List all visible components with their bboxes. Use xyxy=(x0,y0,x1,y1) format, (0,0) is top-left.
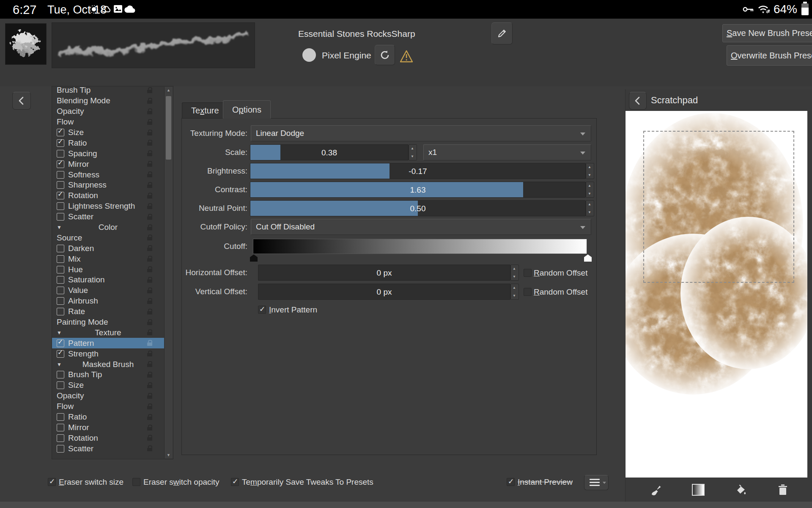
option-row[interactable]: ✓ Opacity xyxy=(52,106,165,117)
option-row[interactable]: ✓ Brush Tip xyxy=(52,86,165,96)
scroll-down-icon[interactable]: ▼ xyxy=(165,452,173,458)
invert-pattern-checkbox[interactable] xyxy=(258,306,266,314)
option-row[interactable]: ✓ Darken xyxy=(52,243,165,254)
option-row[interactable]: ✓ Rotation xyxy=(52,433,165,443)
option-row[interactable]: ✓ Strength xyxy=(52,348,165,359)
options-list-scrollbar[interactable]: ▲ ▼ xyxy=(164,87,173,458)
option-checkbox[interactable]: ✓ xyxy=(57,213,64,221)
option-checkbox[interactable]: ✓ xyxy=(57,434,64,442)
option-checkbox[interactable]: ✓ xyxy=(57,297,64,305)
option-row[interactable]: ✓ Size xyxy=(52,127,165,138)
tab-options[interactable]: Options xyxy=(223,100,271,119)
option-checkbox[interactable]: ✓ xyxy=(57,371,64,378)
overwrite-preset-button[interactable]: Overwrite Brush Preset xyxy=(727,45,812,66)
option-row[interactable]: ✓ Pattern xyxy=(52,338,165,348)
reload-preset-button[interactable] xyxy=(375,45,395,65)
collapse-options-button[interactable] xyxy=(12,92,31,110)
neutral-point-spinner[interactable] xyxy=(586,200,594,216)
option-checkbox[interactable]: ✓ xyxy=(57,192,64,199)
option-row[interactable]: ✓ Painting Mode xyxy=(52,317,165,328)
scale-spinner[interactable] xyxy=(409,144,417,160)
option-checkbox[interactable]: ✓ xyxy=(57,381,64,389)
horizontal-offset-spinner[interactable] xyxy=(510,265,519,281)
option-checkbox[interactable]: ✓ xyxy=(57,413,64,421)
option-checkbox[interactable]: ✓ xyxy=(57,266,64,273)
option-checkbox[interactable]: ✓ xyxy=(57,276,64,284)
eraser-switch-size-checkbox[interactable] xyxy=(48,478,56,486)
option-row[interactable]: ✓ Ratio xyxy=(52,412,165,422)
option-row[interactable]: ✓ Ratio xyxy=(52,138,165,148)
instant-preview-checkbox[interactable] xyxy=(507,478,515,486)
vertical-offset-slider[interactable]: 0 px xyxy=(258,284,510,300)
collapse-scratchpad-button[interactable] xyxy=(629,92,647,110)
option-row[interactable]: ✓ Masked Brush xyxy=(52,359,165,370)
option-row[interactable]: ✓ Softness xyxy=(52,169,165,180)
cutoff-gradient-slider[interactable] xyxy=(253,239,587,254)
brightness-spinner[interactable] xyxy=(586,163,594,179)
option-row[interactable]: ✓ Rotation xyxy=(52,190,165,201)
option-row[interactable]: ✓ Lightness Strength xyxy=(52,201,165,212)
edit-preset-name-button[interactable] xyxy=(491,22,513,44)
option-row[interactable]: ✓ Flow xyxy=(52,401,165,412)
option-row[interactable]: ✓ Flow xyxy=(52,117,165,127)
eraser-switch-opacity-checkbox[interactable] xyxy=(132,478,140,486)
scrollbar-thumb[interactable] xyxy=(166,96,171,160)
option-checkbox[interactable]: ✓ xyxy=(57,424,64,431)
option-row[interactable]: ✓ Size xyxy=(52,380,165,391)
delete-icon[interactable] xyxy=(777,484,788,496)
option-row[interactable]: ✓ Saturation xyxy=(52,275,165,285)
option-checkbox[interactable]: ✓ xyxy=(57,171,64,179)
random-offset-h-checkbox[interactable] xyxy=(524,269,532,277)
texturing-mode-select[interactable]: Linear Dodge xyxy=(251,125,591,141)
save-new-preset-button[interactable]: Save New Brush Preset. xyxy=(722,24,812,42)
option-row[interactable]: ✓ Scatter xyxy=(52,212,165,222)
option-checkbox[interactable]: ✓ xyxy=(57,202,64,210)
scratchpad-canvas[interactable] xyxy=(625,111,807,478)
option-checkbox[interactable]: ✓ xyxy=(57,160,64,168)
option-checkbox[interactable]: ✓ xyxy=(57,255,64,263)
collapse-icon[interactable] xyxy=(57,362,66,367)
horizontal-offset-slider[interactable]: 0 px xyxy=(258,265,510,281)
scale-multiplier-select[interactable]: x1 xyxy=(423,144,591,160)
scroll-up-icon[interactable]: ▲ xyxy=(165,87,173,94)
collapse-icon[interactable] xyxy=(57,224,66,230)
option-checkbox[interactable]: ✓ xyxy=(57,139,64,147)
option-checkbox[interactable]: ✓ xyxy=(57,340,64,347)
random-offset-v-checkbox[interactable] xyxy=(524,288,532,296)
option-checkbox[interactable]: ✓ xyxy=(57,245,64,252)
option-row[interactable]: ✓ Mirror xyxy=(52,422,165,433)
collapse-icon[interactable] xyxy=(57,330,66,336)
option-checkbox[interactable]: ✓ xyxy=(57,287,64,294)
option-checkbox[interactable]: ✓ xyxy=(57,308,64,315)
option-row[interactable]: ✓ Sharpness xyxy=(52,180,165,190)
option-row[interactable]: ✓ Texture xyxy=(52,327,165,338)
option-row[interactable]: ✓ Mix xyxy=(52,254,165,264)
option-row[interactable]: ✓ Rate xyxy=(52,306,165,317)
contrast-slider[interactable]: 1.63 xyxy=(250,182,586,198)
tab-texture[interactable]: Texture xyxy=(182,102,228,118)
option-row[interactable]: ✓ Blending Mode xyxy=(52,96,165,106)
option-row[interactable]: ✓ Opacity xyxy=(52,391,165,401)
save-tweaks-checkbox[interactable] xyxy=(231,478,239,486)
option-checkbox[interactable]: ✓ xyxy=(57,129,64,136)
option-row[interactable]: ✓ Spacing xyxy=(52,148,165,159)
vertical-offset-spinner[interactable] xyxy=(510,284,519,300)
option-checkbox[interactable]: ✓ xyxy=(57,181,64,189)
option-row[interactable]: ✓ Hue xyxy=(52,264,165,275)
option-row[interactable]: ✓ Mirror xyxy=(52,159,165,169)
scale-slider[interactable]: 0.38 xyxy=(250,144,409,160)
option-row[interactable]: ✓ Source xyxy=(52,232,165,243)
cutoff-policy-select[interactable]: Cut Off Disabled xyxy=(251,219,591,235)
option-row[interactable]: ✓ Value xyxy=(52,285,165,296)
fill-icon[interactable] xyxy=(735,484,747,496)
brush-icon[interactable] xyxy=(650,484,662,496)
brightness-slider[interactable]: -0.17 xyxy=(250,163,586,179)
contrast-spinner[interactable] xyxy=(586,182,594,198)
cutoff-max-handle[interactable] xyxy=(584,254,592,262)
gradient-icon[interactable] xyxy=(692,484,705,496)
option-row[interactable]: ✓ Color xyxy=(52,222,165,233)
cutoff-min-handle[interactable] xyxy=(250,254,258,262)
option-checkbox[interactable]: ✓ xyxy=(57,150,64,157)
detach-menu-button[interactable] xyxy=(584,475,609,490)
option-checkbox[interactable]: ✓ xyxy=(57,445,64,453)
